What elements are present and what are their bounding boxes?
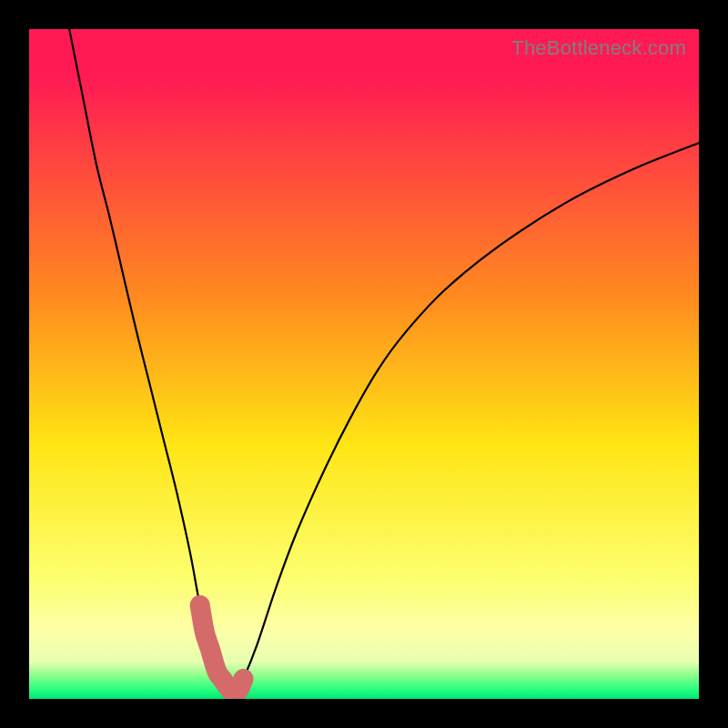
plot-area: TheBottleneck.com xyxy=(29,29,699,699)
highlight-segment xyxy=(200,605,244,693)
curve-layer xyxy=(29,29,699,699)
bottleneck-curve xyxy=(69,29,699,693)
chart-frame: TheBottleneck.com xyxy=(0,0,728,728)
watermark-text: TheBottleneck.com xyxy=(511,36,686,60)
